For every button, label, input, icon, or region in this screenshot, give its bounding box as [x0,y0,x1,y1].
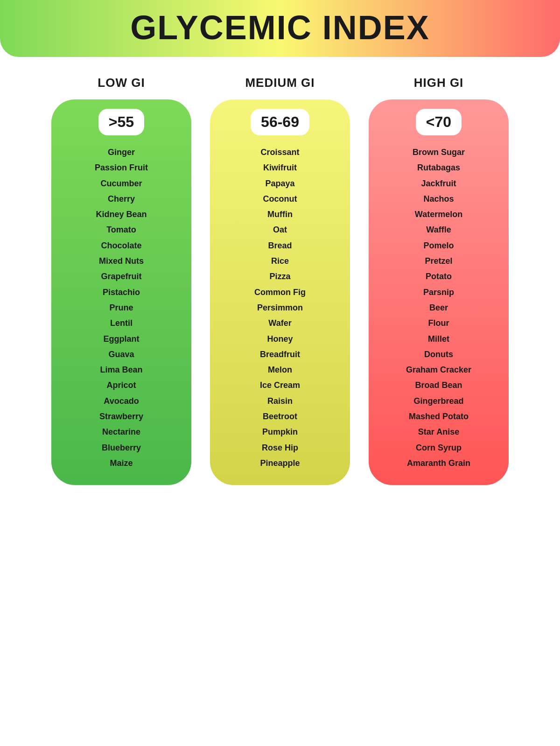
food-item: Millet [428,331,449,347]
food-item: Mashed Potato [409,409,469,424]
food-item: Raisin [267,394,293,409]
food-item: Rice [271,253,289,269]
range-badge-1: 56-69 [251,109,309,135]
food-item: Beer [429,300,448,316]
food-item: Donuts [424,347,453,362]
pill-2: <70Brown SugarRutabagasJackfruitNachosWa… [369,99,509,485]
column-medium-gi: MEDIUM GI56-69CroissantKiwifruitPapayaCo… [210,76,350,485]
col-header-0: LOW GI [98,76,145,90]
food-item: Passion Fruit [95,160,148,176]
food-item: Potato [426,269,452,284]
food-item: Oat [273,222,287,238]
range-badge-0: >55 [98,109,144,135]
food-item: Persimmon [257,300,303,316]
food-item: Apricot [107,378,136,393]
food-item: Brown Sugar [413,145,465,160]
food-item: Lima Bean [100,362,142,378]
food-item: Pizza [269,269,290,284]
food-item: Nectarine [102,424,140,440]
range-badge-2: <70 [416,109,462,135]
page-title: GLYCEMIC INDEX [0,8,560,47]
food-item: Avocado [104,394,139,409]
food-item: Amaranth Grain [407,456,470,471]
food-item: Honey [267,331,293,347]
food-item: Rose Hip [262,440,298,456]
food-item: Strawberry [99,409,143,424]
food-item: Maize [110,456,133,471]
food-item: Chocolate [101,238,141,253]
food-item: Flour [428,316,449,331]
col-header-2: HIGH GI [414,76,464,90]
food-item: Parsnip [423,285,454,300]
food-item: Star Anise [418,424,459,440]
food-item: Gingerbread [413,394,463,409]
food-item: Broad Bean [415,378,462,393]
food-item: Tomato [106,222,136,238]
food-item: Grapefruit [101,269,141,284]
food-item: Watermelon [415,207,462,222]
food-item: Kiwifruit [263,160,297,176]
food-item: Pomelo [423,238,454,253]
pill-1: 56-69CroissantKiwifruitPapayaCoconutMuff… [210,99,350,485]
food-item: Nachos [423,191,454,207]
food-item: Common Fig [254,285,306,300]
food-item: Mixed Nuts [99,253,144,269]
food-item: Muffin [267,207,293,222]
food-item: Waffle [426,222,451,238]
food-item: Pretzel [425,253,452,269]
food-item: Ice Cream [260,378,300,393]
food-item: Croissant [260,145,299,160]
food-item: Guava [108,347,134,362]
column-low-gi: LOW GI>55GingerPassion FruitCucumberCher… [51,76,191,485]
food-item: Pineapple [260,456,300,471]
food-item: Lentil [110,316,133,331]
food-item: Corn Syrup [416,440,462,456]
food-item: Wafer [268,316,291,331]
food-item: Cherry [108,191,135,207]
food-item: Kidney Bean [96,207,147,222]
food-item: Breadfruit [260,347,300,362]
food-item: Beetroot [263,409,297,424]
food-item: Eggplant [104,331,140,347]
food-item: Melon [268,362,292,378]
food-item: Bread [268,238,292,253]
food-item: Coconut [263,191,297,207]
food-item: Prune [109,300,133,316]
col-header-1: MEDIUM GI [245,76,315,90]
pill-0: >55GingerPassion FruitCucumberCherryKidn… [51,99,191,485]
food-item: Graham Cracker [406,362,471,378]
food-item: Blueberry [102,440,141,456]
food-item: Pistachio [103,285,140,300]
food-item: Cucumber [100,176,142,191]
food-item: Rutabagas [417,160,460,176]
columns-wrapper: LOW GI>55GingerPassion FruitCucumberCher… [0,57,560,508]
column-high-gi: HIGH GI<70Brown SugarRutabagasJackfruitN… [369,76,509,485]
food-item: Pumpkin [262,424,298,440]
title-bar: GLYCEMIC INDEX [0,0,560,57]
food-item: Ginger [108,145,135,160]
food-item: Jackfruit [421,176,456,191]
food-item: Papaya [265,176,294,191]
